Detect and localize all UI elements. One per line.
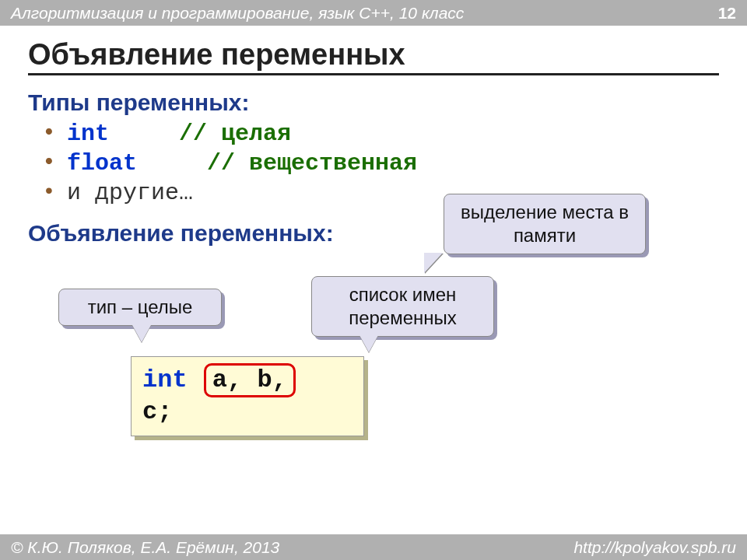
header-bar: Алгоритмизация и программирование, язык … xyxy=(0,0,747,26)
page-number: 12 xyxy=(718,4,736,23)
callout-varlist: список имен переменных xyxy=(311,276,494,337)
code-tail: c; xyxy=(142,397,172,426)
callout-memory: выделение места в памяти xyxy=(444,194,646,254)
callout-memory-tail xyxy=(424,253,443,273)
code-box: int a, b, c; xyxy=(131,356,364,436)
authors-label: © К.Ю. Поляков, Е.А. Ерёмин, 2013 xyxy=(11,538,279,557)
comment-float: // вещественная xyxy=(207,150,417,177)
code-keyword: int xyxy=(142,366,188,394)
code-varlist-outline: a, b, xyxy=(204,363,296,397)
comment-int: // целая xyxy=(179,121,291,147)
type-item-int: int // целая xyxy=(67,121,719,147)
callout-type-tail xyxy=(132,325,151,342)
keyword-float: float xyxy=(67,150,137,177)
footer-url: http://kpolyakov.spb.ru xyxy=(573,538,736,557)
callout-varlist-tail xyxy=(359,335,378,352)
callout-type: тип – целые xyxy=(58,289,222,326)
footer-bar: © К.Ю. Поляков, Е.А. Ерёмин, 2013 http:/… xyxy=(0,534,747,560)
code-vars: a, b, xyxy=(212,366,287,394)
page-title: Объявление переменных xyxy=(28,38,719,75)
keyword-int: int xyxy=(67,121,109,147)
type-item-float: float // вещественная xyxy=(67,150,719,177)
types-heading: Типы переменных: xyxy=(28,89,719,116)
course-label: Алгоритмизация и программирование, язык … xyxy=(11,4,464,23)
